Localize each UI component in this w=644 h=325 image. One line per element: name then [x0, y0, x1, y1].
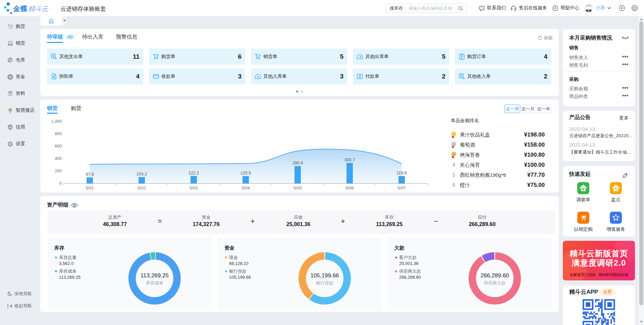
svg-text:1,000: 1,000	[51, 119, 62, 124]
svg-text:5/07: 5/07	[397, 186, 406, 191]
svg-text:330.7: 330.7	[344, 158, 355, 162]
svg-text:400: 400	[55, 156, 62, 161]
svg-text:97.8: 97.8	[86, 172, 94, 177]
svg-text:119.6: 119.6	[396, 171, 407, 175]
svg-text:5/04: 5/04	[241, 186, 250, 191]
svg-text:600: 600	[55, 144, 62, 149]
svg-text:¥: ¥	[359, 75, 361, 78]
svg-text:3: 3	[453, 152, 454, 156]
svg-text:200: 200	[55, 169, 62, 173]
svg-text:¥: ¥	[460, 74, 462, 78]
svg-text:5/06: 5/06	[345, 186, 354, 191]
svg-text:5/03: 5/03	[190, 186, 198, 191]
svg-text:5/01: 5/01	[86, 186, 94, 191]
svg-text:5/02: 5/02	[138, 186, 146, 191]
svg-text:120.5: 120.5	[240, 171, 251, 175]
svg-text:122.2: 122.2	[189, 171, 199, 175]
svg-text:5/05: 5/05	[293, 186, 302, 191]
svg-text:¥: ¥	[52, 54, 54, 58]
svg-text:103.2: 103.2	[137, 172, 147, 176]
svg-text:¥: ¥	[9, 75, 11, 79]
svg-text:2: 2	[453, 142, 454, 146]
svg-text:1: 1	[453, 132, 455, 136]
svg-text:0: 0	[59, 181, 62, 186]
svg-text:280.4: 280.4	[292, 161, 303, 165]
svg-text:800: 800	[55, 131, 62, 136]
